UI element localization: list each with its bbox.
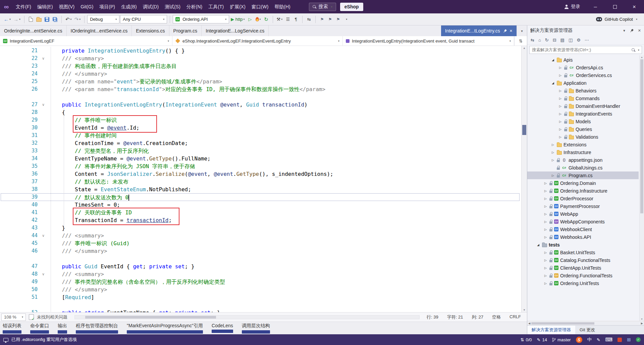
tree-item[interactable]: ▷DomainEventHandler [527,102,639,110]
tree-item[interactable]: ▷Behaviors [527,87,639,94]
tree-expander-icon[interactable]: ▷ [543,266,548,270]
platform-select[interactable]: Any CPU ▾ [120,15,167,23]
tab-solution-explorer[interactable]: 解决方案资源管理器 [527,326,575,334]
new-project-icon[interactable] [29,17,33,22]
tree-expander-icon[interactable]: ▷ [551,174,555,177]
line-ending[interactable]: CRLF [509,314,521,320]
tree-expander-icon[interactable]: ▷ [558,97,562,100]
scroll-left-icon[interactable]: ◀ [528,322,530,325]
document-tab[interactable]: IOrderingInt...entService.cs [67,25,132,36]
undo-icon[interactable]: ↶ [65,16,70,22]
chevron-down-icon[interactable]: ▾ [260,18,261,21]
panel-tab[interactable]: CodeLens [212,323,233,333]
menu-item[interactable]: 扩展(X) [227,0,249,13]
tree-item[interactable]: ◢Apis [527,56,639,64]
menu-item[interactable]: 帮助(H) [271,0,293,13]
se-search-input[interactable] [532,48,630,52]
chevron-down-icon[interactable]: ▾ [70,18,72,21]
pending-edits[interactable]: ✎ 14 [537,337,547,342]
tree-item[interactable]: ▷ClientApp.UnitTests [527,264,639,272]
start-without-debugging-icon[interactable]: ▷ [249,17,252,22]
collapse-all-icon[interactable]: ⊟ [553,38,556,43]
sogou-input-icon[interactable]: S [576,337,582,343]
minimize-button[interactable]: ─ [586,0,605,13]
tree-expander-icon[interactable]: ▷ [558,112,562,116]
tree-item[interactable]: ▷Ordering.Domain [527,179,639,187]
tree-expander-icon[interactable]: ▷ [543,274,548,277]
start-debugging-button[interactable]: ▶ http ▾ [230,15,246,24]
tree-item[interactable]: ▷WebApp [527,210,639,218]
se-horizontal-scrollbar[interactable]: ◀ ▶ [527,321,644,325]
editor-vertical-scrollbar[interactable]: ▲ ▼ [521,46,527,312]
tree-expander-icon[interactable]: ▷ [558,74,562,77]
tree-expander-icon[interactable]: ▷ [543,212,548,216]
document-tab[interactable]: Extensions.cs [132,25,169,36]
tree-expander-icon[interactable]: ▷ [558,135,562,139]
tree-item[interactable]: ▷Webhooks.API [527,233,639,241]
document-tab[interactable]: Program.cs [169,25,202,36]
more-icon[interactable]: ⋯ [585,38,589,43]
tree-item[interactable]: GlobalUsings.cs [527,164,639,171]
document-tab[interactable]: OrderingInte...entService.cs [0,25,67,36]
tree-expander-icon[interactable]: ▷ [558,120,562,123]
se-search-box[interactable]: ▾ [529,46,642,54]
tree-item[interactable]: ◢tests [527,241,639,249]
navigate-back-icon[interactable]: ← [4,16,9,22]
open-file-icon[interactable] [36,18,42,22]
tree-expander-icon[interactable]: ▷ [551,143,555,146]
chevron-down-icon[interactable]: ▾ [19,18,20,21]
code-lines[interactable]: 21 private IntegrationEventLogEntry() { … [0,46,521,312]
tree-item[interactable]: ▷Queries [527,125,639,133]
ime-language[interactable]: 中 [587,337,592,343]
document-health-icon[interactable] [29,314,34,320]
close-button[interactable]: ✕ [625,0,644,13]
tree-expander-icon[interactable]: ▷ [543,182,548,185]
code-editor[interactable]: 21 private IntegrationEventLogEntry() { … [0,46,527,312]
tree-expander-icon[interactable]: ▷ [558,66,562,69]
tree-expander-icon[interactable]: ◢ [551,81,555,85]
tree-expander-icon[interactable]: ▷ [543,220,548,223]
menu-item[interactable]: Git(G) [77,0,96,13]
panel-tab[interactable]: 命令窗口 [30,323,49,334]
sign-in-button[interactable]: 登录 [559,4,586,10]
type-dropdown[interactable]: eShop.IntegrationEventLogEF.IntegrationE… [172,36,343,46]
solution-badge[interactable]: eShop [340,3,363,11]
zoom-select[interactable]: 108 % ▾ [1,314,26,321]
menu-item[interactable]: 测试(S) [162,0,183,13]
indent-mode[interactable]: 空格 [492,314,501,320]
toggle-bookmark-icon[interactable]: ⚑ [320,17,324,22]
project-dropdown[interactable]: C# IntegrationEventLogEF ▾ [0,36,172,46]
ime-pencil-icon[interactable]: ✎ [597,337,600,342]
tree-item[interactable]: ▷OrdersApi.cs [527,64,639,71]
chevron-down-icon[interactable]: ▾ [9,18,11,21]
tree-item[interactable]: ▷Ordering.UnitTests [527,279,639,287]
previous-bookmark-icon[interactable]: ⚑ [328,17,332,22]
scrollbar-thumb[interactable] [531,322,594,325]
tree-item[interactable]: ▷Program.cs [527,171,639,179]
menu-item[interactable]: 分析(N) [183,0,205,13]
menu-item[interactable]: 调试(D) [140,0,162,13]
tree-expander-icon[interactable]: ◢ [536,243,540,247]
close-icon[interactable]: ✕ [509,29,513,33]
scrollbar-thumb[interactable] [85,316,216,319]
split-editor-icon[interactable]: ⇅ [514,36,527,46]
scroll-up-icon[interactable]: ▲ [522,47,527,50]
tree-item[interactable]: ▷Extensions [527,141,639,148]
chevron-down-icon[interactable]: ▾ [281,18,282,21]
code-cleanup-icon[interactable]: ⚒ [277,17,281,22]
panel-tab[interactable]: 输出 [58,323,67,334]
document-tab[interactable]: IntegrationE...tLogEntry.cs✕ [441,25,517,36]
tree-expander-icon[interactable]: ▷ [543,205,548,208]
tree-expander-icon[interactable]: ▷ [558,89,562,92]
tree-expander-icon[interactable]: ▷ [543,228,548,231]
show-whitespace-icon[interactable]: ¶ [295,17,297,22]
pin-icon[interactable] [629,28,634,33]
git-sync-status[interactable]: ⇅ 0/0 [521,337,532,342]
tree-item[interactable]: ▷Catalog.FunctionalTests [527,256,639,264]
menu-item[interactable]: 视图(V) [56,0,78,13]
hot-reload-icon[interactable] [256,17,259,21]
tree-item[interactable]: ▷PaymentProcessor [527,202,639,210]
indent-guides-icon[interactable]: ☰ [286,17,290,22]
tree-expander-icon[interactable]: ▷ [543,197,548,200]
tree-expander-icon[interactable]: ▷ [543,259,548,262]
